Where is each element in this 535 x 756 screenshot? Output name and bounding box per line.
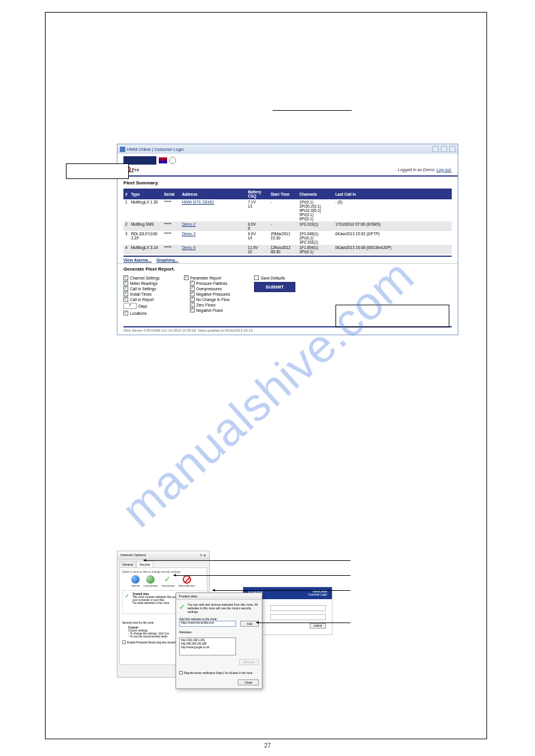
cell-serial: ***** xyxy=(162,245,180,254)
checkbox-icon[interactable] xyxy=(123,281,128,286)
submit-button[interactable]: SUBMIT xyxy=(254,282,295,292)
address-link[interactable]: Demo 3 xyxy=(182,232,196,236)
cell-last: 04Jan2013 16:08 (65/15m/UDP) xyxy=(334,245,452,254)
require-https-row[interactable]: Require server verification (https:) for… xyxy=(179,671,259,675)
dialog-titlebar: Internet Options ? ✕ xyxy=(117,551,209,560)
arrow-trusted-zone xyxy=(174,575,350,576)
cell-last: 04Jan2013 15:02 (2/FTP) xyxy=(334,231,452,245)
cell-channels: 1F0.319(1) xyxy=(298,221,334,231)
product-sub: HWMOnline Customer Login xyxy=(308,590,327,596)
view-alarms-link[interactable]: View Alarms... xyxy=(123,258,152,262)
checkbox-icon[interactable] xyxy=(190,286,195,291)
report-col3: Save Defaults SUBMIT xyxy=(254,275,295,315)
logout-link[interactable]: Log out. xyxy=(437,168,452,172)
protected-mode-label: Enable Protected Mode (requires restarti… xyxy=(127,641,179,644)
checkbox-icon[interactable] xyxy=(254,275,259,280)
chk-channel-settings[interactable]: Channel Settings xyxy=(123,275,160,280)
remove-button[interactable]: Remove xyxy=(239,659,259,665)
chk-install-times[interactable]: Install Times xyxy=(123,292,160,296)
arrow-sites-button xyxy=(213,590,350,591)
cell-num: 2 xyxy=(123,221,129,231)
tab-security[interactable]: Security xyxy=(137,561,153,567)
chk-negative-pressures[interactable]: Negative Pressures xyxy=(190,292,231,296)
checkbox-icon[interactable] xyxy=(190,308,195,312)
tools-icon[interactable] xyxy=(449,146,455,152)
login-submit-button[interactable]: submit xyxy=(310,623,326,629)
graphing-link[interactable]: Graphing... xyxy=(156,258,179,262)
cell-serial: ***** xyxy=(162,199,180,221)
callout-box-bottom xyxy=(335,305,449,327)
cell-last: - (0) xyxy=(334,199,452,221)
chk-overpressures[interactable]: Overpressures xyxy=(190,286,231,291)
checkbox-icon[interactable] xyxy=(190,292,195,296)
close-button[interactable]: Close xyxy=(238,679,259,685)
browser-titlebar: HWM Online | Customer Login xyxy=(117,144,458,154)
checkbox-icon[interactable] xyxy=(190,281,195,286)
report-col1: Channel Settings Meter Readings Call In … xyxy=(123,275,160,315)
chk-callin-report[interactable]: Call In Report xyxy=(123,297,160,302)
checkbox-icon[interactable] xyxy=(179,671,183,675)
checkbox-icon[interactable] xyxy=(122,640,126,644)
password-input[interactable] xyxy=(270,614,326,620)
zone-trusted[interactable]: ✓Trusted sites xyxy=(161,575,175,587)
table-row: 1MultilogLX 1.30*****HWM SITE DEMO7.1V 1… xyxy=(123,199,452,221)
chk-save-defaults[interactable]: Save Defaults xyxy=(254,275,295,280)
col-last: Last Call In xyxy=(334,189,452,199)
address-link[interactable]: Demo 2 xyxy=(182,222,196,226)
cell-type: RDL32LF/1100 2.29 xyxy=(129,231,162,245)
fcs-text: Fcs xyxy=(132,168,139,172)
fleet-summary-title: Fleet Summary. xyxy=(117,177,458,187)
dialog-message: You can add and remove websites from thi… xyxy=(188,603,259,614)
list-item[interactable]: http://www.google.co.uk xyxy=(181,646,234,649)
title-underline xyxy=(273,110,352,111)
cell-last: 17Oct2012 07:06 (6/SMS) xyxy=(334,221,452,231)
checkbox-icon[interactable] xyxy=(190,297,195,302)
table-row: 3RDL32LF/1100 2.29*****Demo 36.6V 1425Ma… xyxy=(123,231,452,245)
chk-no-change-flow[interactable]: No Change In Flow xyxy=(190,297,231,302)
zone-local[interactable]: Local intranet xyxy=(143,575,158,587)
checkbox-icon[interactable] xyxy=(123,292,128,296)
chk-negative-flows[interactable]: Negative Flows xyxy=(190,308,231,312)
checkbox-icon[interactable] xyxy=(184,275,189,280)
zone-restricted[interactable]: Restricted sites xyxy=(179,575,195,587)
add-website-input[interactable]: https://www.hwmonline.com xyxy=(179,621,236,627)
chk-zero-flows[interactable]: Zero Flows xyxy=(190,302,231,307)
require-https-label: Require server verification (https:) for… xyxy=(184,672,252,675)
chk-meter-readings[interactable]: Meter Readings xyxy=(123,281,160,286)
address-link[interactable]: Demo 4 xyxy=(182,245,196,250)
websites-label: Websites: xyxy=(179,630,259,634)
local-icon xyxy=(146,575,155,584)
chk-pressure-flatlines[interactable]: Pressure Flatlines xyxy=(190,281,231,286)
checkbox-icon[interactable] xyxy=(123,286,128,291)
checkbox-icon[interactable] xyxy=(190,302,195,307)
chk-locations[interactable]: Locations xyxy=(123,311,160,315)
chk-parameter-report[interactable]: Parameter Report xyxy=(184,275,231,280)
cell-num: 1 xyxy=(123,199,129,221)
days-label: Days xyxy=(138,304,147,308)
zone-internet[interactable]: Internet xyxy=(131,575,140,587)
cell-address: Demo 3 xyxy=(180,231,246,245)
check-icon: ✓ xyxy=(125,593,131,599)
col-battery: Battery CSQ xyxy=(246,189,269,199)
arrow-security-tab xyxy=(144,560,350,561)
col-channels: Channels xyxy=(298,189,334,199)
table-row: 4MultilogLX 3.14*****Demo 411.6V 2212Nov… xyxy=(123,245,452,254)
checkbox-icon[interactable] xyxy=(123,297,128,302)
dialog-title: Trusted sites xyxy=(176,593,262,600)
checkbox-icon[interactable] xyxy=(123,275,128,280)
report-col2: Parameter Report Pressure Flatlines Over… xyxy=(184,275,231,315)
chk-callin-settings[interactable]: Call In Settings xyxy=(123,286,160,291)
print-icon[interactable] xyxy=(441,146,447,152)
col-address: Address xyxy=(180,189,246,199)
home-icon[interactable] xyxy=(433,146,439,152)
tab-general[interactable]: General xyxy=(119,561,136,567)
days-input[interactable]: 7 xyxy=(123,303,137,309)
checkbox-icon[interactable] xyxy=(123,311,128,315)
user-input[interactable] xyxy=(270,605,326,611)
help-icon[interactable]: ? ✕ xyxy=(200,553,206,557)
table-row: 2Multilog SMS*****Demo 20.0V 0-1F0.319(1… xyxy=(123,221,452,231)
websites-list[interactable]: http://192.168.1.201 http://89.238.149.1… xyxy=(179,637,236,655)
browser-title: HWM Online | Customer Login xyxy=(127,147,433,151)
dialog-title: Internet Options xyxy=(120,553,146,557)
address-link[interactable]: HWM SITE DEMO xyxy=(182,200,214,204)
